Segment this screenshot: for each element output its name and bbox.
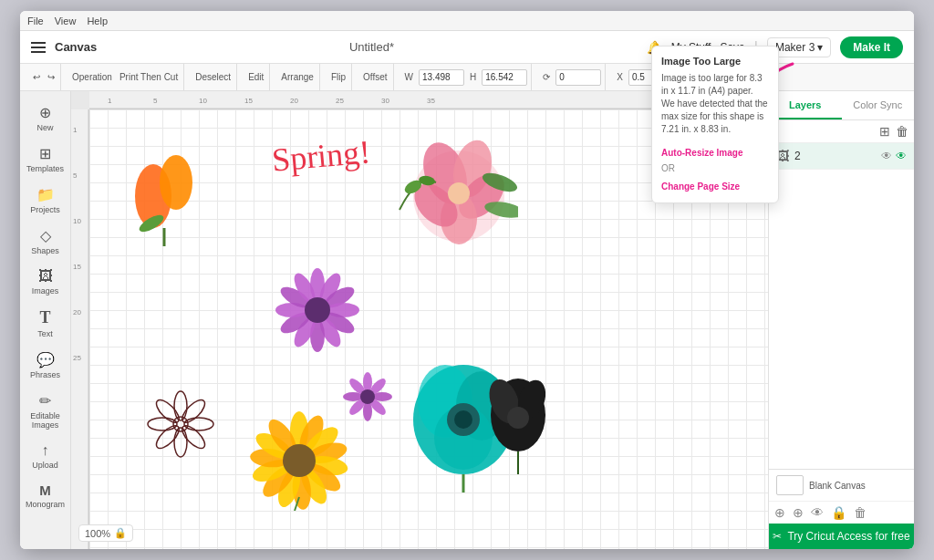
sidebar-item-upload[interactable]: ↑ Upload bbox=[24, 437, 67, 475]
layers-delete-icon[interactable]: 🗑 bbox=[896, 124, 908, 139]
offset-button[interactable]: Offset bbox=[361, 72, 389, 82]
rotate-group: ⟳ bbox=[537, 64, 606, 90]
sidebar-label-phrases: Phrases bbox=[30, 370, 60, 379]
blank-canvas-thumbnail bbox=[776, 475, 804, 495]
flower-yellow-daisy bbox=[244, 410, 354, 511]
menu-view[interactable]: View bbox=[55, 16, 77, 26]
svg-point-86 bbox=[153, 397, 183, 427]
panel-icon-1[interactable]: ⊕ bbox=[774, 505, 785, 520]
flower-dark-outline bbox=[144, 383, 217, 465]
auto-resize-link[interactable]: Auto-Resize Image bbox=[661, 148, 742, 158]
projects-icon: 📁 bbox=[36, 186, 55, 203]
x-label: X bbox=[615, 72, 625, 82]
svg-text:10: 10 bbox=[199, 97, 207, 105]
layers-group-icon[interactable]: ⊞ bbox=[879, 124, 890, 139]
left-sidebar: ⊕ New ⊞ Templates 📁 Projects ◇ Shapes 🖼 bbox=[20, 91, 71, 549]
svg-point-61 bbox=[507, 407, 529, 429]
sidebar-label-text: Text bbox=[37, 329, 53, 338]
phrases-icon: 💬 bbox=[36, 351, 55, 368]
cricut-banner[interactable]: ✂ Try Cricut Access for free bbox=[769, 524, 914, 549]
layer-item[interactable]: 🖼 2 👁 👁 bbox=[769, 143, 914, 170]
title-bar-left: Canvas bbox=[31, 40, 97, 54]
sidebar-item-projects[interactable]: 📁 Projects bbox=[24, 181, 67, 220]
new-icon: ⊕ bbox=[39, 104, 51, 121]
zoom-value: 100% bbox=[85, 528, 110, 539]
svg-point-83 bbox=[174, 428, 187, 457]
rotate-input[interactable] bbox=[555, 69, 601, 86]
layer-number: 2 bbox=[794, 150, 876, 162]
rotate-label: ⟳ bbox=[541, 72, 552, 82]
svg-text:20: 20 bbox=[290, 97, 298, 105]
svg-text:15: 15 bbox=[73, 263, 81, 271]
main-content: ⊕ New ⊞ Templates 📁 Projects ◇ Shapes 🖼 bbox=[20, 91, 914, 549]
menu-help[interactable]: Help bbox=[87, 16, 108, 26]
ruler-left: 1 5 10 15 20 25 bbox=[71, 109, 89, 549]
edit-button[interactable]: Edit bbox=[246, 72, 265, 82]
flower-orange-tulip bbox=[126, 146, 208, 246]
zoom-lock-icon: 🔒 bbox=[114, 527, 127, 539]
panel-icon-2[interactable]: ⊕ bbox=[793, 505, 804, 520]
svg-point-41 bbox=[305, 297, 330, 323]
size-label: W bbox=[403, 72, 415, 82]
menu-file[interactable]: File bbox=[27, 16, 44, 26]
sidebar-label-monogram: Monogram bbox=[26, 500, 65, 509]
monogram-icon: M bbox=[39, 482, 51, 498]
make-it-button[interactable]: Make It bbox=[840, 36, 903, 58]
images-icon: 🖼 bbox=[38, 268, 53, 285]
cricut-scissors-icon: ✂ bbox=[773, 530, 782, 543]
sidebar-item-monogram[interactable]: M Monogram bbox=[24, 477, 67, 514]
redo-button[interactable]: ↪ bbox=[46, 72, 57, 82]
tooltip-body: Image is too large for 8.3 in x 11.7 in … bbox=[661, 91, 769, 136]
tab-color-sync[interactable]: Color Sync bbox=[842, 91, 915, 119]
svg-text:1: 1 bbox=[73, 126, 78, 134]
cricut-banner-text: Try Cricut Access for free bbox=[787, 530, 909, 543]
layers-toolbar: ⊞ 🗑 bbox=[769, 120, 914, 143]
svg-text:25: 25 bbox=[336, 97, 344, 105]
sidebar-item-shapes[interactable]: ◇ Shapes bbox=[24, 222, 67, 261]
deselect-button[interactable]: Deselect bbox=[193, 72, 233, 82]
sidebar-label-images: Images bbox=[32, 286, 59, 296]
undo-button[interactable]: ↩ bbox=[31, 72, 42, 82]
svg-text:30: 30 bbox=[381, 97, 389, 105]
svg-point-85 bbox=[148, 418, 177, 430]
sidebar-item-templates[interactable]: ⊞ Templates bbox=[24, 140, 67, 179]
flip-button[interactable]: Flip bbox=[329, 72, 348, 82]
layer-eye-off-icon[interactable]: 👁 bbox=[896, 150, 907, 162]
operation-group: Operation Print Then Cut bbox=[67, 64, 184, 90]
deselect-group: Deselect bbox=[190, 64, 237, 90]
height-input[interactable] bbox=[482, 69, 527, 86]
editable-icon: ✏ bbox=[39, 392, 51, 410]
templates-icon: ⊞ bbox=[39, 145, 51, 162]
flower-black-silhouette bbox=[482, 374, 555, 474]
layer-actions: 👁 👁 bbox=[881, 150, 907, 162]
svg-text:1: 1 bbox=[108, 97, 112, 105]
operation-value[interactable]: Print Then Cut bbox=[118, 72, 180, 82]
flip-group: Flip bbox=[326, 64, 352, 90]
zoom-indicator: 100% 🔒 bbox=[78, 524, 133, 542]
size-group: W H bbox=[400, 64, 533, 90]
width-input[interactable] bbox=[419, 69, 464, 86]
sidebar-item-phrases[interactable]: 💬 Phrases bbox=[24, 346, 67, 385]
sidebar-label-shapes: Shapes bbox=[31, 246, 59, 255]
hamburger-menu[interactable] bbox=[31, 42, 46, 53]
document-title: Untitled* bbox=[349, 40, 394, 54]
svg-point-50 bbox=[360, 389, 375, 404]
sidebar-item-images[interactable]: 🖼 Images bbox=[24, 263, 67, 301]
arrange-button[interactable]: Arrange bbox=[279, 72, 316, 82]
panel-icon-3[interactable]: 👁 bbox=[811, 505, 824, 520]
arrange-group: Arrange bbox=[275, 64, 320, 90]
sidebar-item-text[interactable]: T Text bbox=[24, 303, 67, 344]
sidebar-item-new[interactable]: ⊕ New bbox=[24, 99, 67, 138]
sidebar-label-projects: Projects bbox=[30, 205, 60, 214]
panel-icon-4[interactable]: 🔒 bbox=[831, 505, 846, 520]
sidebar-item-editable[interactable]: ✏ Editable Images bbox=[24, 387, 67, 435]
panel-icon-5[interactable]: 🗑 bbox=[854, 505, 867, 520]
leaf-details bbox=[390, 164, 445, 219]
change-page-size-link[interactable]: Change Page Size bbox=[661, 181, 740, 192]
layer-visibility-icon[interactable]: 👁 bbox=[881, 150, 892, 162]
svg-point-26 bbox=[448, 182, 470, 204]
undo-redo-group: ↩ ↪ bbox=[27, 64, 61, 90]
sidebar-label-upload: Upload bbox=[32, 461, 58, 470]
canvas-label: Canvas bbox=[55, 40, 97, 54]
svg-text:20: 20 bbox=[73, 308, 81, 316]
